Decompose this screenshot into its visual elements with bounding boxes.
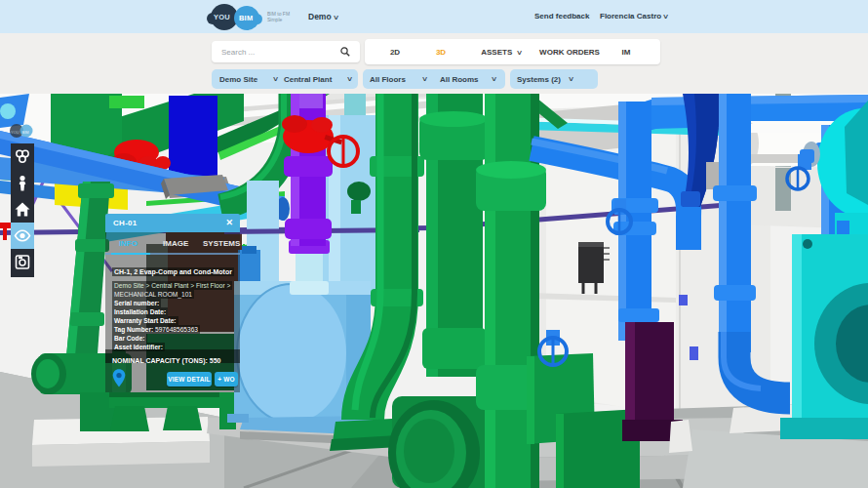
svg-text:BIM: BIM bbox=[22, 130, 29, 135]
svg-text:YOU: YOU bbox=[11, 130, 20, 135]
